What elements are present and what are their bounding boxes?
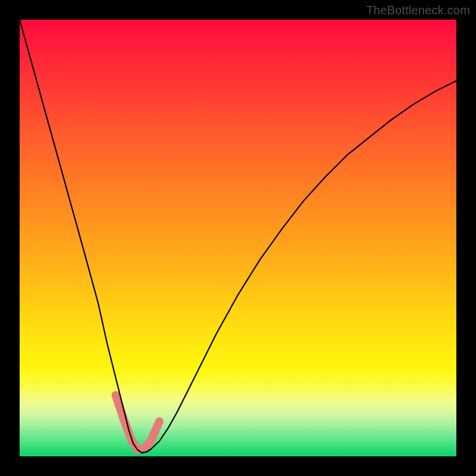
watermark-text: TheBottleneck.com	[366, 4, 470, 17]
chart-frame: TheBottleneck.com	[0, 0, 476, 476]
curve-svg	[20, 20, 456, 456]
bottleneck-curve	[20, 20, 456, 453]
plot-area	[20, 20, 456, 456]
